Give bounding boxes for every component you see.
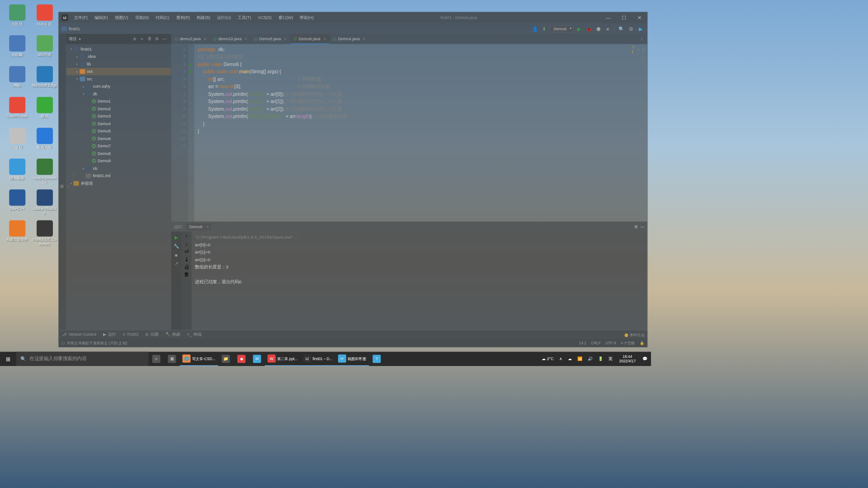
tree-node[interactable]: ▸lib [66,61,171,68]
tool-window-tab[interactable]: ▶运行 [100,330,120,339]
menu-item[interactable]: 代码(C) [152,12,173,23]
run-button[interactable]: ▶ [575,24,583,33]
charset[interactable]: UTF-8 [605,341,616,345]
tree-node[interactable]: ▸.idea [66,53,171,61]
battery-icon[interactable]: 🔋 [596,357,605,361]
tool-window-tab[interactable]: ⊘问题 [142,330,162,339]
stop-run-icon[interactable]: ■ [173,251,180,259]
tree-node[interactable]: ▾first01 [66,46,171,53]
menu-item[interactable]: 文件(F) [71,12,91,23]
desktop-icon[interactable]: IntelliJ IDE Communi [32,221,57,249]
menu-item[interactable]: 窗口(W) [275,12,296,23]
scroll-icon[interactable]: ⤓ [184,256,189,263]
taskbar-item[interactable]: ⊞ [164,352,180,366]
minimize-button[interactable]: — [600,12,616,23]
desktop-icon[interactable]: Dev-C++ [5,189,30,218]
add-config-icon[interactable]: 👤 [531,24,539,33]
weather-widget[interactable]: ☁ 2°C [540,357,555,361]
rerun-icon[interactable]: ▶ [173,234,180,241]
onedrive-icon[interactable]: ☁ [566,357,574,361]
desktop-icon[interactable]: XMind ZE [32,5,57,33]
run-line-icon[interactable]: ▶ [188,61,194,68]
build-icon[interactable]: ⬇ [540,24,548,33]
search-input[interactable]: 🔍 在这里输入你要搜索的内容 [16,352,149,366]
start-button[interactable]: ⊞ [0,352,16,366]
breadcrumb[interactable]: first01 [69,26,80,31]
editor-tab[interactable]: ⒸDemo4.java× [330,34,369,44]
desktop-icon[interactable]: 回收站 [5,128,30,157]
desktop-icon[interactable]: 微信 [32,97,57,126]
tray-chevron-icon[interactable]: ∧ [557,357,564,361]
settings-icon[interactable]: ⚙ [627,24,635,33]
tool-icon[interactable]: 🔧 [173,242,180,250]
desktop-icon[interactable]: ColorPix.exe [5,97,30,126]
editor-tab[interactable]: Ⓒdemo10.java× [210,34,251,44]
tree-node[interactable]: ▸nb [66,165,171,173]
taskbar-item[interactable]: ◆ [234,352,250,366]
stop-button[interactable]: ■ [604,24,612,33]
desktop-icon[interactable]: Microsoft Edge [32,66,57,95]
clear-icon[interactable]: 🗑 [184,272,189,278]
wrap-icon[interactable]: ⏎ [184,249,189,255]
tree-node[interactable]: Demo8 [66,150,171,158]
line-ending[interactable]: CRLF [591,341,601,345]
desktop-icon[interactable]: 网络 [5,66,30,95]
down-trace-icon[interactable]: ↓ [185,241,188,247]
taskbar-item[interactable]: ✂截图和草图 [335,352,369,366]
desktop-icon[interactable]: 控制面板 [5,159,30,188]
menu-item[interactable]: 导航(N) [132,12,152,23]
taskbar-item[interactable]: W第二章.ppt... [265,352,300,366]
tree-node[interactable]: Demo6 [66,135,171,143]
tool-window-tab[interactable]: ≡TODO [119,330,142,339]
expand-all-icon[interactable]: ≡ [138,35,146,43]
code-editor[interactable]: package dk; //定义数组及访问数组 public class Dem… [194,44,647,222]
desktop-icon[interactable]: 火绒安全软件 [5,221,30,249]
editor-tab[interactable]: Ⓒdemo2.java× [171,34,210,44]
panel-hide-icon[interactable]: — [161,35,169,43]
run-config-dropdown[interactable]: Demo6 [550,25,574,32]
menu-item[interactable]: 运行(U) [214,12,235,23]
tree-node[interactable]: Demo5 [66,127,171,135]
print-icon[interactable]: 🖨 [184,264,189,270]
panel-settings-icon[interactable]: ⚙ [153,35,161,43]
network-icon[interactable]: 📶 [576,357,584,361]
desktop-icon[interactable]: Adobe Dreamwe [32,159,57,188]
editor-tab[interactable]: ⒸDemo5.java× [251,34,290,44]
tree-node[interactable]: ▾dk [66,90,171,98]
taskbar-item[interactable]: 🌐写文章-CSD... [180,352,218,366]
down-icon[interactable]: ∨ [642,47,645,52]
tool-window-tab[interactable]: ⎇Version Control [59,330,100,339]
play-store-icon[interactable]: ▶ [637,24,645,33]
tool-window-tab[interactable]: >_终端 [184,330,205,339]
tree-node[interactable]: Demo9 [66,157,171,165]
tree-node[interactable]: Demo3 [66,113,171,120]
locate-icon[interactable]: ⊕ [131,35,139,43]
menu-item[interactable]: 重构(R) [173,12,193,23]
taskbar-item[interactable]: ? [369,352,385,366]
lock-icon[interactable]: 🔒 [640,341,645,345]
menu-item[interactable]: 构建(B) [193,12,214,23]
menu-item[interactable]: 视图(V) [111,12,132,23]
caret-position[interactable]: 14:1 [579,341,586,345]
tool-window-tab[interactable]: 🔨构建 [162,330,184,339]
project-tool-button[interactable]: 项目 [59,179,65,185]
up-trace-icon[interactable]: ↑ [185,234,188,240]
notifications-icon[interactable]: 💬 [641,357,649,361]
menu-item[interactable]: 工具(T) [234,12,254,23]
up-icon[interactable]: ∧ [637,47,640,52]
tabs-more-icon[interactable]: ⋮ [637,34,647,44]
tree-node[interactable]: ▾src [66,75,171,83]
exit-icon[interactable]: ↗ [173,260,180,267]
clock[interactable]: 16:44 2022/4/17 [617,354,639,363]
run-tab[interactable]: Demo6 × [186,223,211,230]
tree-node[interactable]: Demo1 [66,98,171,105]
ime-icon[interactable]: 英 [607,356,615,362]
taskbar-item[interactable]: 📁 [218,352,234,366]
desktop-icon[interactable]: 酷狗音乐 [32,128,57,157]
editor-tab[interactable]: ⒸDemo6.java× [290,34,330,44]
run-panel-settings-icon[interactable]: ⚙ [634,225,638,230]
tree-node[interactable]: Demo2 [66,105,171,113]
coverage-button[interactable]: ⬢ [594,24,602,33]
search-icon[interactable]: 🔍 [618,24,626,33]
warnings-badge[interactable]: ⚠ 1 [632,44,635,54]
